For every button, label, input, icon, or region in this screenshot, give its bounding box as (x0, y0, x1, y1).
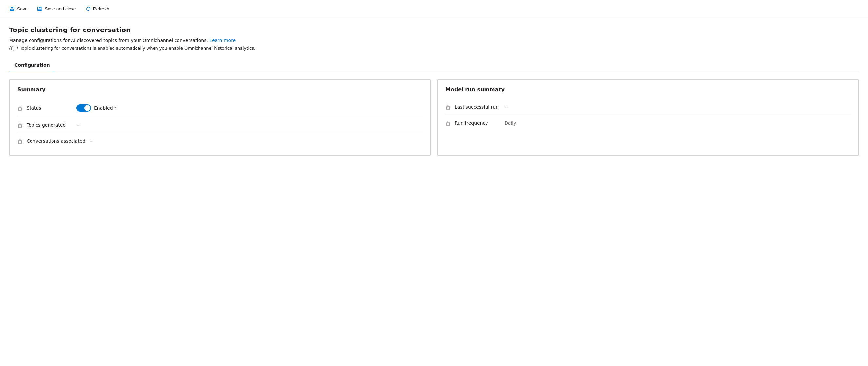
page-content: Topic clustering for conversation Manage… (0, 18, 868, 164)
svg-rect-4 (39, 7, 40, 8)
tab-configuration[interactable]: Configuration (9, 59, 55, 71)
cards-container: Summary Status Enabled * (9, 79, 859, 156)
model-run-card: Model run summary Last successful run --… (437, 79, 859, 156)
conversations-associated-value: -- (89, 139, 93, 144)
conversations-associated-label: Conversations associated (27, 139, 85, 144)
refresh-button[interactable]: Refresh (81, 4, 113, 14)
svg-rect-10 (446, 123, 450, 125)
toggle-label: Enabled * (94, 105, 117, 111)
conversations-associated-row: Conversations associated -- (18, 133, 423, 149)
description-text: Manage configurations for AI discovered … (9, 38, 208, 43)
svg-rect-9 (446, 106, 450, 109)
summary-card: Summary Status Enabled * (9, 79, 431, 156)
lock-icon-status (18, 105, 23, 111)
svg-rect-8 (19, 141, 22, 143)
save-button[interactable]: Save (5, 4, 31, 14)
svg-rect-7 (19, 125, 22, 127)
info-icon: i (9, 46, 14, 51)
page-description: Manage configurations for AI discovered … (9, 38, 859, 43)
svg-rect-1 (11, 7, 13, 8)
svg-rect-2 (11, 9, 14, 11)
save-icon (9, 6, 15, 12)
status-toggle[interactable] (76, 104, 91, 112)
lock-icon-conversations (18, 139, 23, 144)
model-run-card-title: Model run summary (445, 86, 850, 92)
page-title: Topic clustering for conversation (9, 26, 859, 34)
topics-generated-value: -- (76, 122, 80, 128)
topics-generated-label: Topics generated (27, 122, 72, 128)
toolbar: Save Save and close Refresh (0, 0, 868, 18)
save-label: Save (17, 6, 28, 11)
summary-card-title: Summary (18, 86, 423, 92)
learn-more-link[interactable]: Learn more (209, 38, 236, 43)
run-frequency-label: Run frequency (455, 120, 501, 126)
lock-icon-last-run (445, 104, 451, 110)
run-frequency-row: Run frequency Daily (445, 115, 850, 131)
info-row: i * Topic clustering for conversations i… (9, 45, 859, 51)
refresh-label: Refresh (93, 6, 109, 11)
refresh-icon (85, 6, 91, 12)
save-close-icon (37, 6, 43, 12)
svg-rect-6 (19, 108, 22, 110)
svg-rect-5 (38, 9, 41, 11)
topics-generated-row: Topics generated -- (18, 117, 423, 133)
status-label: Status (27, 105, 72, 111)
toggle-container: Enabled * (76, 104, 117, 112)
last-run-label: Last successful run (455, 104, 501, 110)
toggle-thumb (84, 105, 90, 111)
save-close-label: Save and close (44, 6, 76, 11)
info-text: * Topic clustering for conversations is … (17, 45, 255, 51)
run-frequency-value: Daily (504, 120, 516, 126)
tabs: Configuration (9, 59, 859, 71)
last-run-row: Last successful run -- (445, 99, 850, 115)
status-field-row: Status Enabled * (18, 99, 423, 117)
lock-icon-topics (18, 122, 23, 128)
last-run-value: -- (504, 104, 508, 110)
lock-icon-frequency (445, 120, 451, 126)
save-close-button[interactable]: Save and close (33, 4, 80, 14)
